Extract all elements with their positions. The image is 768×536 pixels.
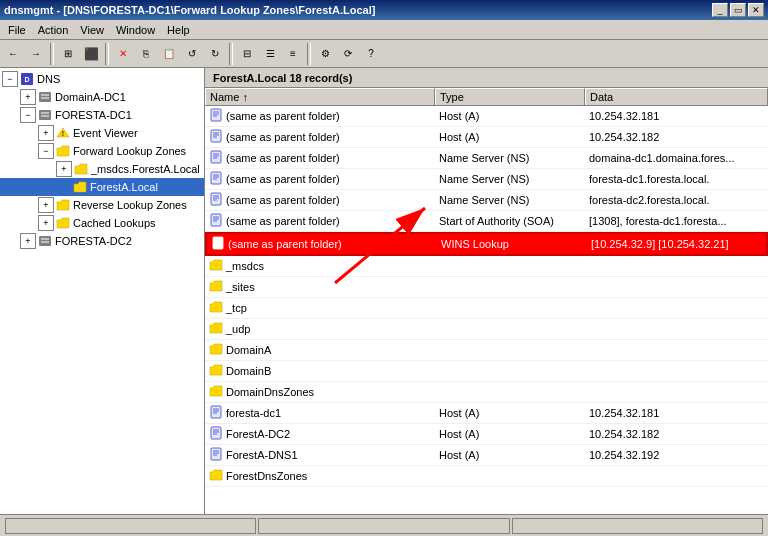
- list-cell-data: domaina-dc1.domaina.fores...: [585, 148, 768, 168]
- list-row[interactable]: (same as parent folder)Name Server (NS)f…: [205, 169, 768, 190]
- tree-node-event-viewer[interactable]: + ! Event Viewer: [0, 124, 204, 142]
- menu-window[interactable]: Window: [110, 22, 161, 38]
- tree-node-fwd-lookup[interactable]: − Forward Lookup Zones: [0, 142, 204, 160]
- cached-lookups-icon: [55, 215, 71, 231]
- refresh-button[interactable]: ⟳: [337, 43, 359, 65]
- tree-node-dns[interactable]: − D DNS: [0, 70, 204, 88]
- tree-node-reverse-lookup[interactable]: + Reverse Lookup Zones: [0, 196, 204, 214]
- redo-button[interactable]: ↻: [204, 43, 226, 65]
- col-name[interactable]: Name ↑: [205, 88, 435, 105]
- list-cell-name: (same as parent folder): [205, 106, 435, 126]
- menu-action[interactable]: Action: [32, 22, 75, 38]
- event-viewer-label: Event Viewer: [73, 127, 138, 139]
- domaina-dc1-expander[interactable]: +: [20, 89, 36, 105]
- foresta-dc1-expander[interactable]: −: [20, 107, 36, 123]
- tree-node-foresta-local[interactable]: ForestA.Local: [0, 178, 204, 196]
- list-row[interactable]: ForestA-DC2Host (A)10.254.32.182: [205, 424, 768, 445]
- list-cell-type: Host (A): [435, 106, 585, 126]
- col-data[interactable]: Data: [585, 88, 768, 105]
- delete-button[interactable]: ✕: [112, 43, 134, 65]
- list-cell-type: [435, 466, 585, 486]
- paste-button[interactable]: 📋: [158, 43, 180, 65]
- list-cell-data: [585, 277, 768, 297]
- fwd-lookup-icon: [55, 143, 71, 159]
- list-row[interactable]: (same as parent folder)Start of Authorit…: [205, 211, 768, 232]
- list-row[interactable]: (same as parent folder)Host (A)10.254.32…: [205, 127, 768, 148]
- tree-node-msdcs[interactable]: + _msdcs.ForestA.Local: [0, 160, 204, 178]
- list-row[interactable]: DomainB: [205, 361, 768, 382]
- properties-button[interactable]: ⚙: [314, 43, 336, 65]
- right-panel-wrapper: ForestA.Local 18 record(s) Name ↑ Type D…: [205, 68, 768, 514]
- detail-view-button[interactable]: ≡: [282, 43, 304, 65]
- list-row[interactable]: (same as parent folder)Name Server (NS)f…: [205, 190, 768, 211]
- list-cell-name: ForestDnsZones: [205, 466, 435, 486]
- undo-button[interactable]: ↺: [181, 43, 203, 65]
- list-row[interactable]: _udp: [205, 319, 768, 340]
- list-row[interactable]: foresta-dc1Host (A)10.254.32.181: [205, 403, 768, 424]
- col-type[interactable]: Type: [435, 88, 585, 105]
- list-row[interactable]: ForestDnsZones: [205, 466, 768, 487]
- svg-rect-16: [211, 130, 221, 142]
- menu-view[interactable]: View: [74, 22, 110, 38]
- list-cell-name: (same as parent folder): [205, 190, 435, 210]
- reverse-lookup-expander[interactable]: +: [38, 197, 54, 213]
- list-row[interactable]: DomainA: [205, 340, 768, 361]
- dns-icon: D: [19, 71, 35, 87]
- fwd-lookup-expander[interactable]: −: [38, 143, 54, 159]
- foresta-local-icon: [72, 179, 88, 195]
- list-row[interactable]: DomainDnsZones: [205, 382, 768, 403]
- foresta-dc1-icon: [37, 107, 53, 123]
- close-button[interactable]: ✕: [748, 3, 764, 17]
- tree-node-domaina-dc1[interactable]: + DomainA-DC1: [0, 88, 204, 106]
- list-view[interactable]: Name ↑ Type Data (same as parent folder)…: [205, 88, 768, 514]
- window-controls[interactable]: _ ▭ ✕: [712, 3, 764, 17]
- msdcs-expander[interactable]: +: [56, 161, 72, 177]
- minimize-button[interactable]: _: [712, 3, 728, 17]
- list-cell-name: foresta-dc1: [205, 403, 435, 423]
- list-row[interactable]: _tcp: [205, 298, 768, 319]
- tree-node-foresta-dc1[interactable]: − FORESTA-DC1: [0, 106, 204, 124]
- svg-rect-11: [41, 241, 49, 243]
- svg-rect-20: [211, 151, 221, 163]
- tree-node-foresta-dc2[interactable]: + FORESTA-DC2: [0, 232, 204, 250]
- list-row[interactable]: _msdcs: [205, 256, 768, 277]
- list-cell-data: [585, 361, 768, 381]
- record-icon: [209, 213, 223, 229]
- icon-view-button[interactable]: ⊟: [236, 43, 258, 65]
- cell-name-text: (same as parent folder): [226, 194, 340, 206]
- list-view-button[interactable]: ☰: [259, 43, 281, 65]
- list-row[interactable]: _sites: [205, 277, 768, 298]
- tree-panel[interactable]: − D DNS + DomainA-DC1 − FOREST: [0, 68, 205, 514]
- menu-help[interactable]: Help: [161, 22, 196, 38]
- menu-file[interactable]: File: [2, 22, 32, 38]
- record-icon: [209, 405, 223, 421]
- list-cell-name: (same as parent folder): [205, 127, 435, 147]
- tree-node-cached-lookups[interactable]: + Cached Lookups: [0, 214, 204, 232]
- tree-toggle-button[interactable]: ⊞: [57, 43, 79, 65]
- up-button[interactable]: ⬛: [80, 43, 102, 65]
- folder-icon: [209, 279, 223, 295]
- restore-button[interactable]: ▭: [730, 3, 746, 17]
- dns-expander[interactable]: −: [2, 71, 18, 87]
- list-row[interactable]: (same as parent folder)Host (A)10.254.32…: [205, 106, 768, 127]
- forward-button[interactable]: →: [25, 43, 47, 65]
- right-panel: ForestA.Local 18 record(s) Name ↑ Type D…: [205, 68, 768, 514]
- reverse-lookup-icon: [55, 197, 71, 213]
- copy-button[interactable]: ⎘: [135, 43, 157, 65]
- list-row[interactable]: (same as parent folder)Name Server (NS)d…: [205, 148, 768, 169]
- svg-rect-3: [41, 94, 49, 96]
- help-button[interactable]: ?: [360, 43, 382, 65]
- folder-icon: [209, 468, 223, 484]
- list-row[interactable]: ForestA-DNS1Host (A)10.254.32.192: [205, 445, 768, 466]
- list-cell-type: [435, 256, 585, 276]
- event-viewer-expander[interactable]: +: [38, 125, 54, 141]
- cell-name-text: _sites: [226, 281, 255, 293]
- foresta-dc2-expander[interactable]: +: [20, 233, 36, 249]
- domaina-dc1-icon: [37, 89, 53, 105]
- cached-lookups-expander[interactable]: +: [38, 215, 54, 231]
- list-row[interactable]: (same as parent folder)WINS Lookup[10.25…: [205, 232, 768, 256]
- list-cell-data: [585, 382, 768, 402]
- foresta-dc2-label: FORESTA-DC2: [55, 235, 132, 247]
- cell-name-text: ForestDnsZones: [226, 470, 307, 482]
- back-button[interactable]: ←: [2, 43, 24, 65]
